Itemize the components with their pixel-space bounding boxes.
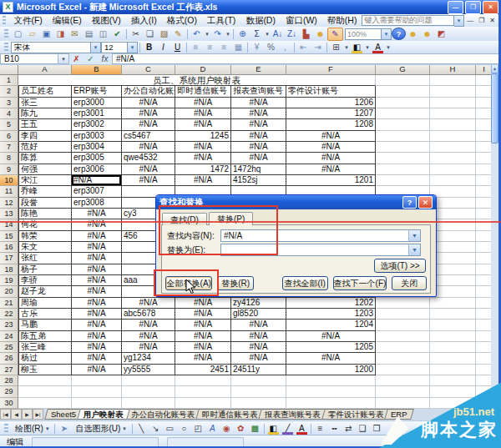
dialog-button-3[interactable]: 查找下一个(F) [333,276,387,290]
cell-D23[interactable]: #N/A [175,320,231,330]
cell-H16[interactable] [430,242,476,253]
fill-color-icon[interactable]: ◧ [266,423,281,435]
align-center-icon[interactable]: ≡ [203,42,217,53]
cell-B20[interactable]: #N/A [72,286,122,297]
cell-I19[interactable] [476,275,493,286]
cell-F5[interactable]: 1208 [286,119,376,130]
cell-C4[interactable]: #N/A [122,108,175,119]
align-left-icon[interactable]: ≡ [189,42,203,53]
cell-B23[interactable]: #N/A [72,320,122,330]
wordart-icon[interactable]: A [205,423,220,435]
clipart-icon[interactable]: ✿ [234,423,248,435]
menu-item-6[interactable]: 数据(D) [240,15,281,27]
select-all-corner[interactable] [0,64,18,75]
cell-B27[interactable]: #N/A [72,365,122,375]
cell-I12[interactable] [476,198,493,209]
row-header-23[interactable]: 23 [0,320,18,330]
row-header-26[interactable]: 26 [0,353,18,364]
cell-E27[interactable]: 24511y [231,365,286,375]
column-header-E[interactable]: E [231,64,286,75]
maximize-button[interactable]: ❐ [465,1,481,14]
menu-item-0[interactable]: 文件(F) [8,15,47,27]
smiley-icon[interactable]: ☻ [313,28,327,40]
cell-G8[interactable] [376,153,430,164]
cell-E10[interactable]: 4152sj [231,175,286,186]
cell-F25[interactable]: 1205 [286,342,376,353]
line-icon[interactable]: ╲ [134,423,149,435]
cell-B17[interactable]: #N/A [72,253,122,264]
cell-A5[interactable]: 王五 [18,119,72,130]
cell-F22[interactable]: 1203 [286,309,376,320]
cell-A3[interactable]: 张三 [18,98,72,108]
cancel-icon[interactable]: ✗ [69,53,84,65]
cell-B10[interactable]: #N/A [72,175,122,186]
row-header-28[interactable]: 28 [0,375,18,386]
cell-A13[interactable]: 陈艳 [18,209,72,219]
menu-item-1[interactable]: 编辑(E) [48,15,87,27]
cell-I7[interactable] [476,142,493,153]
row-header-3[interactable]: 3 [0,98,18,108]
picture-icon[interactable]: ▩ [248,423,262,435]
percent-icon[interactable]: % [264,42,278,53]
cell-E7[interactable]: #N/A [231,142,286,153]
cell-E9[interactable]: 1472hq [231,164,286,175]
sort-descending-icon[interactable]: Z↓ [285,28,299,40]
cell-I17[interactable] [476,253,493,264]
cell-G7[interactable] [376,142,430,153]
currency-icon[interactable]: ¥ [250,42,264,53]
row-header-29[interactable]: 29 [0,386,18,397]
column-header-H[interactable]: H [430,64,476,75]
dialog-close-icon[interactable]: ✕ [418,196,433,209]
cell-H11[interactable] [430,186,476,197]
cell-D4[interactable]: #N/A [175,108,231,119]
cell-E30[interactable] [231,398,286,409]
cell-H21[interactable] [430,298,476,309]
print-icon[interactable]: ▤ [82,28,96,40]
row-header-5[interactable]: 5 [0,119,18,130]
cell-H3[interactable] [430,98,476,108]
column-header-D[interactable]: D [175,64,231,75]
cell-C25[interactable]: #N/A [122,342,175,353]
menu-item-2[interactable]: 视图(V) [87,15,126,27]
comma-icon[interactable]: , [278,42,292,53]
cell-F3[interactable]: 1206 [286,98,376,108]
cell-C6[interactable]: cs5467 [122,131,175,142]
cell-G4[interactable] [376,108,430,119]
rectangle-icon[interactable]: ▭ [163,423,177,435]
cell-D5[interactable]: #N/A [175,119,231,130]
row-header-12[interactable]: 12 [0,198,18,209]
hyperlink-icon[interactable]: ⊕ [235,28,250,40]
cell-F23[interactable]: 1204 [286,320,376,330]
cell-D2[interactable]: 即时通信账号 [175,86,231,97]
cell-H6[interactable] [430,131,476,142]
line-color-icon[interactable]: ╱ [281,423,295,435]
cell-I4[interactable] [476,108,493,119]
permission-icon[interactable]: ◨ [53,28,68,40]
print-preview-icon[interactable]: ◫ [96,28,110,40]
cell-A19[interactable]: 李骄 [18,275,72,286]
cell-F6[interactable]: #N/A [286,131,376,142]
menu-item-8[interactable]: 帮助(H) [322,15,362,27]
increase-indent-icon[interactable]: ⇥ [311,42,325,53]
cell-F29[interactable] [286,386,376,397]
column-header-G[interactable]: G [376,64,430,75]
italic-icon[interactable]: I [156,42,170,53]
row-header-1[interactable]: 1 [0,75,18,86]
cell-B6[interactable]: erp3003 [72,131,122,142]
dialog-button-2[interactable]: 查找全部(I) [282,276,328,290]
merged-title-cell[interactable]: 员工、系统用户映射表 [18,75,376,86]
cell-G5[interactable] [376,119,430,130]
cell-B2[interactable]: ERP账号 [72,86,122,97]
next-sheet-button[interactable]: ▶ [22,409,33,420]
cell-A12[interactable]: 段誉 [18,198,72,209]
column-header-C[interactable]: C [122,64,175,75]
cell-B9[interactable]: erp3006 [72,164,122,175]
prev-sheet-button[interactable]: ◀ [11,409,22,420]
cell-I21[interactable] [476,298,493,309]
autosum-arrow-icon[interactable]: ▾ [264,28,271,40]
cell-E28[interactable] [231,375,286,386]
align-right-icon[interactable]: ≡ [217,42,231,53]
cell-A15[interactable]: 韩荣 [18,231,72,242]
cell-G21[interactable] [376,298,430,309]
dash-style-icon[interactable]: ╍ [327,423,342,435]
